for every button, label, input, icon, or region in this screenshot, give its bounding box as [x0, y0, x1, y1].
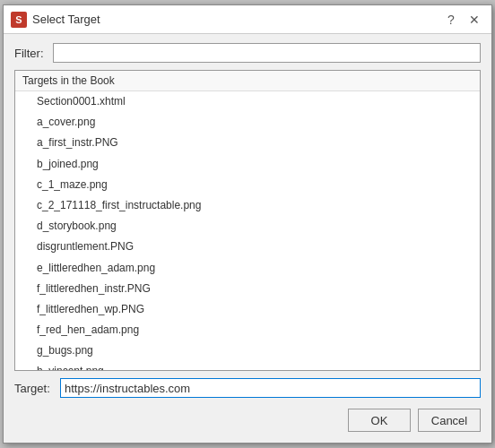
filter-label: Filter:: [14, 47, 46, 60]
list-item[interactable]: f_littleredhen_instr.PNG: [15, 279, 480, 299]
title-bar-left: S Select Target: [11, 12, 100, 28]
list-header: Targets in the Book: [15, 71, 480, 91]
list-item[interactable]: c_2_171118_first_instructable.png: [15, 195, 480, 216]
dialog-body: Filter: Targets in the Book Section0001.…: [4, 34, 491, 443]
file-list-scroll[interactable]: Section0001.xhtmla_cover.pnga_first_inst…: [15, 91, 480, 370]
list-item[interactable]: disgruntlement.PNG: [15, 237, 480, 257]
list-item[interactable]: e_littleredhen_adam.png: [15, 258, 480, 279]
title-bar-controls: ? ✕: [441, 10, 484, 30]
list-item[interactable]: g_bugs.png: [15, 340, 480, 361]
ok-button[interactable]: OK: [348, 409, 411, 432]
list-item[interactable]: a_cover.png: [15, 112, 480, 133]
list-item[interactable]: a_first_instr.PNG: [15, 133, 480, 153]
filter-input[interactable]: [53, 43, 481, 63]
list-item[interactable]: Section0001.xhtml: [15, 91, 480, 112]
cancel-button[interactable]: Cancel: [418, 409, 481, 432]
close-button[interactable]: ✕: [465, 10, 484, 30]
list-item[interactable]: b_joined.png: [15, 154, 480, 175]
button-row: OK Cancel: [14, 405, 481, 434]
dialog-title: Select Target: [32, 13, 100, 26]
filter-row: Filter:: [14, 43, 481, 63]
list-item[interactable]: f_littleredhen_wp.PNG: [15, 299, 480, 320]
app-icon: S: [11, 12, 27, 28]
file-list-container: Targets in the Book Section0001.xhtmla_c…: [14, 70, 481, 371]
title-bar: S Select Target ? ✕: [4, 5, 491, 34]
target-row: Target:: [14, 378, 481, 398]
target-label: Target:: [14, 382, 53, 395]
list-item[interactable]: f_red_hen_adam.png: [15, 320, 480, 340]
help-button[interactable]: ?: [441, 10, 461, 30]
select-target-dialog: S Select Target ? ✕ Filter: Targets in t…: [3, 4, 492, 444]
list-item[interactable]: c_1_maze.png: [15, 175, 480, 195]
target-input[interactable]: [60, 378, 481, 398]
list-item[interactable]: d_storybook.png: [15, 216, 480, 237]
list-item[interactable]: h_vincent.png: [15, 361, 480, 370]
